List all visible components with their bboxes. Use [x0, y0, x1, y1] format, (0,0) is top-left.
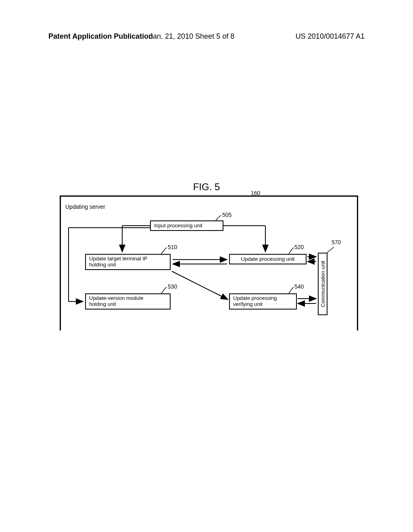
- ref-570: 570: [332, 239, 341, 245]
- ip-holding-label: Update target terminal IP holding unit: [89, 256, 148, 268]
- ref-540: 540: [294, 283, 304, 290]
- header-date-sheet: Jan. 21, 2010 Sheet 5 of 8: [149, 32, 234, 41]
- server-label: Updating server: [65, 204, 105, 210]
- figure-title: FIG. 5: [0, 181, 413, 193]
- version-module-unit: Update-version module holding unit: [85, 293, 171, 310]
- update-processing-unit: Update processing unit: [229, 254, 307, 264]
- ref-160: 160: [251, 190, 260, 196]
- ref-510: 510: [168, 244, 177, 250]
- input-label: Input processing unit: [154, 223, 202, 229]
- input-processing-unit: Input processing unit: [150, 220, 223, 231]
- diagram-container: Updating server 160 505 Input processing…: [60, 195, 358, 330]
- ref-530: 530: [168, 283, 177, 290]
- header-publication: Patent Application Publication: [48, 32, 153, 41]
- verifying-unit: Update processing verifying unit: [229, 293, 297, 310]
- page: Patent Application Publication Jan. 21, …: [0, 0, 413, 532]
- ref-505: 505: [222, 212, 232, 218]
- header-pub-number: US 2010/0014677 A1: [296, 32, 365, 41]
- ref-520: 520: [294, 244, 304, 250]
- update-proc-label: Update processing unit: [241, 256, 295, 262]
- ip-holding-unit: Update target terminal IP holding unit: [85, 254, 171, 270]
- comm-label: Communication unit: [320, 261, 326, 307]
- communication-unit: Communication unit: [318, 253, 327, 315]
- verify-label: Update processing verifying unit: [233, 295, 277, 308]
- version-module-label: Update-version module holding unit: [89, 295, 143, 308]
